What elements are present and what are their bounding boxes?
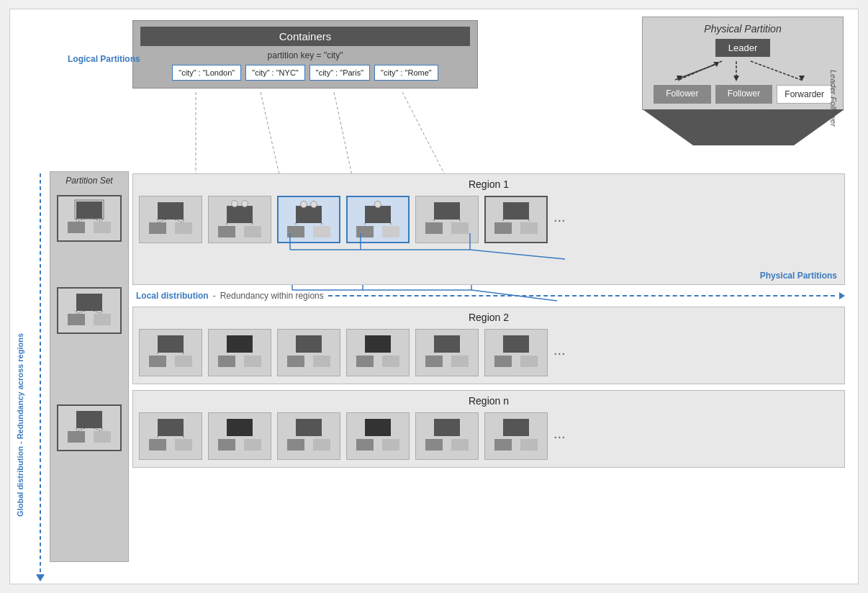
region1-partition-2	[208, 196, 271, 243]
r2p6-icon	[489, 332, 543, 373]
rnp2	[208, 412, 271, 460]
svg-rect-45	[149, 222, 166, 234]
svg-rect-112	[365, 419, 391, 436]
local-dist-line	[328, 295, 835, 296]
svg-rect-93	[356, 356, 374, 367]
pp-follower-2: Follower	[715, 85, 773, 104]
region1-partition-4	[346, 196, 410, 243]
rnp5	[415, 412, 479, 460]
rnp3-icon	[281, 416, 336, 456]
svg-rect-116	[425, 439, 443, 451]
svg-line-80	[470, 250, 565, 259]
containers-box: Containers partition key = "city" "city"…	[132, 20, 478, 89]
svg-line-19	[675, 63, 718, 80]
svg-rect-87	[218, 356, 235, 367]
partition-set-title: Partition Set	[65, 176, 112, 186]
local-dist-separator: -	[213, 291, 216, 301]
region-2-box: Region 2 ··	[132, 307, 845, 384]
svg-rect-86	[227, 335, 253, 353]
r1p3-icon	[281, 203, 336, 243]
svg-rect-96	[425, 356, 443, 367]
region-1-partitions: ···	[139, 196, 838, 243]
svg-line-49	[158, 219, 166, 222]
svg-line-29	[94, 219, 102, 222]
pp-follower-1: Follower	[654, 85, 711, 104]
region1-partition-3	[277, 196, 340, 243]
svg-rect-38	[68, 431, 85, 443]
partition-set-item-3	[57, 404, 122, 451]
svg-rect-63	[382, 226, 399, 237]
svg-rect-51	[227, 206, 253, 223]
pp-forwarder: Forwarder	[777, 85, 832, 104]
region2-ellipsis: ···	[553, 345, 566, 361]
key-rome: "city" : "Rome"	[374, 65, 438, 81]
svg-marker-21	[643, 109, 844, 145]
svg-line-28	[76, 219, 85, 222]
svg-rect-46	[175, 222, 192, 234]
svg-rect-94	[382, 356, 399, 367]
svg-rect-90	[287, 356, 304, 367]
region-n-partitions: ···	[139, 412, 838, 460]
rnp5-icon	[420, 416, 474, 456]
svg-rect-58	[313, 226, 330, 237]
svg-line-36	[94, 311, 102, 314]
physical-partitions-label: Physical Partitions	[760, 271, 837, 281]
region1-partition-1	[139, 196, 202, 243]
svg-rect-37	[76, 411, 102, 428]
svg-rect-57	[287, 226, 304, 237]
svg-marker-12	[36, 574, 45, 581]
containers-keys-row: "city" : "London" "city" : "NYC" "city" …	[140, 65, 470, 81]
svg-rect-92	[365, 335, 391, 353]
rnp6	[484, 412, 548, 460]
svg-rect-101	[158, 419, 184, 436]
rnp2-icon	[212, 416, 267, 456]
svg-rect-53	[244, 226, 261, 237]
r2p1	[139, 329, 202, 376]
r2p1-icon	[143, 332, 198, 373]
svg-rect-25	[94, 222, 111, 233]
svg-rect-107	[218, 439, 235, 451]
partition-set-item-1	[57, 195, 122, 242]
region-n-title: Region n	[139, 395, 838, 407]
pp-title: Physical Partition	[650, 23, 836, 35]
partition-key-label: partition key = "city"	[140, 50, 470, 60]
local-dist-label: Local distribution	[136, 291, 209, 301]
local-dist-arrowhead	[839, 292, 845, 299]
svg-rect-24	[68, 222, 85, 233]
svg-rect-31	[68, 314, 85, 325]
r2p3	[277, 329, 340, 376]
pp-arrows-svg	[650, 60, 836, 85]
partition-set-col: Partition Set	[50, 171, 129, 562]
r1p1-icon	[143, 199, 198, 240]
svg-rect-52	[218, 226, 235, 237]
svg-rect-110	[287, 439, 304, 451]
rnp4	[346, 412, 410, 460]
svg-rect-66	[434, 202, 460, 219]
key-paris: "city" : "Paris"	[309, 65, 370, 81]
svg-rect-109	[296, 419, 322, 436]
global-dist-label: Global distribution - Redundancy across …	[16, 333, 24, 517]
svg-rect-120	[520, 439, 538, 451]
svg-rect-117	[451, 439, 469, 451]
region1-ellipsis: ···	[553, 212, 566, 228]
svg-marker-17	[733, 76, 739, 81]
r2p5	[415, 329, 479, 376]
region1-partition-5	[415, 196, 479, 243]
svg-rect-30	[76, 294, 102, 311]
rnp6-icon	[489, 416, 543, 456]
ps-icon-1	[60, 199, 118, 238]
svg-rect-73	[520, 222, 538, 234]
pp-funnel-svg	[643, 109, 844, 145]
svg-rect-103	[175, 439, 192, 451]
local-dist-text: Redundancy within regions	[220, 291, 324, 301]
svg-rect-106	[227, 419, 253, 436]
svg-line-43	[94, 428, 102, 431]
svg-line-42	[76, 428, 85, 431]
r1p6-icon	[489, 199, 543, 240]
svg-line-15	[751, 61, 801, 80]
svg-marker-18	[799, 76, 805, 81]
svg-rect-118	[503, 419, 529, 436]
r1p5-icon	[420, 199, 474, 240]
svg-line-35	[76, 311, 85, 314]
svg-rect-71	[503, 202, 529, 219]
